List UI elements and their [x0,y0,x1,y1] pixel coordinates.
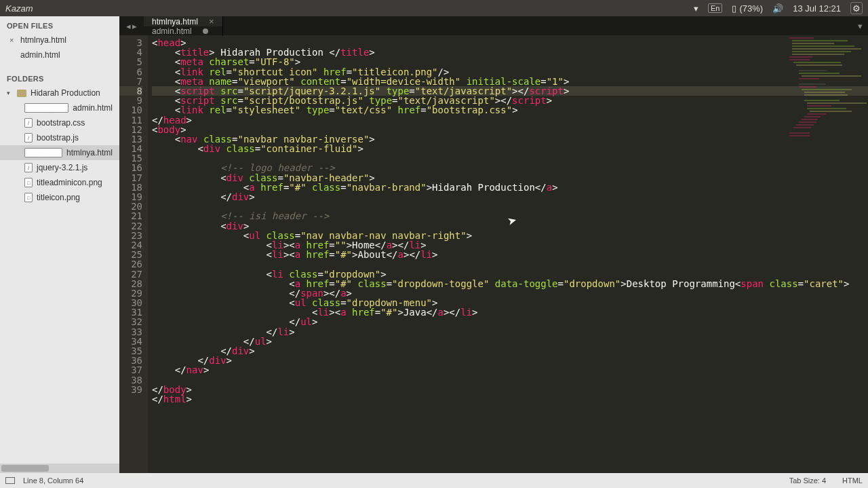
code-line[interactable] [152,259,868,269]
sidebar-file-item[interactable]: titleadminicon.png [0,175,119,190]
code-editor-content[interactable]: <head> <title> Hidarah Production </titl… [148,35,868,473]
code-line[interactable]: </div> [152,346,868,356]
code-line[interactable]: </div> [152,356,868,365]
file-type-icon [24,103,68,113]
tab-strip: ◂ ▸ htmlnya.html×admin.html ▾ [119,16,868,35]
code-line[interactable]: <ul class="nav navbar-nav navbar-right"> [152,231,868,240]
folder-name: Hidarah Production [31,88,100,98]
battery-icon[interactable]: ▯(73%) [732,3,763,14]
clock-text[interactable]: 13 Jul 12:21 [793,3,841,14]
code-line[interactable]: </head> [152,115,868,125]
close-file-x-icon[interactable]: × [9,36,16,44]
tab-back-icon[interactable]: ◂ [126,21,131,31]
sidebar-file-item[interactable]: admin.html [0,100,119,115]
code-line[interactable]: <a href="#" class="dropdown-toggle" data… [152,279,868,288]
code-line[interactable]: <li class="dropdown"> [152,269,868,279]
tab-close-icon[interactable]: × [209,16,214,26]
code-line[interactable]: <head> [152,38,868,48]
editor-tab[interactable]: htmlnya.html× [144,16,223,26]
sidebar-folder-root[interactable]: ▾ Hidarah Production [0,86,119,100]
folder-icon [17,90,26,97]
folders-header: FOLDERS [0,69,119,86]
code-line[interactable]: <title> Hidarah Production </title> [152,48,868,57]
system-top-bar: Kazam ▾ En ▯(73%) 🔊 13 Jul 12:21 ⚙ [0,0,868,16]
folder-collapse-arrow-icon: ▾ [7,90,13,96]
code-line[interactable]: <script src="script/jquery-3.2.1.js" typ… [152,86,868,96]
code-line[interactable]: </span></a> [152,288,868,298]
open-file-item[interactable]: admin.html [0,48,119,62]
sidebar-file-name: bootstrap.css [37,118,85,128]
file-type-icon [24,193,33,202]
sidebar: OPEN FILES ×htmlnya.htmladmin.html FOLDE… [0,16,119,473]
code-line[interactable]: <script src="script/bootstrap.js" type="… [152,96,868,105]
code-line[interactable]: </nav> [152,365,868,375]
sidebar-file-item[interactable]: titleicon.png [0,190,119,205]
code-line[interactable] [152,375,868,385]
code-line[interactable]: <div class="container-fluid"> [152,144,868,153]
sidebar-file-name: htmlnya.html [66,148,113,157]
battery-text: (73%) [739,3,763,14]
status-bar: Line 8, Column 64 Tab Size: 4 HTML [0,473,868,488]
tab-label: htmlnya.html [152,17,198,26]
open-file-item[interactable]: ×htmlnya.html [0,33,119,48]
code-line[interactable]: <ul class="dropdown-menu"> [152,298,868,307]
code-line[interactable] [152,202,868,211]
sidebar-file-item[interactable]: jquery-3.2.1.js [0,160,119,175]
tab-history-nav[interactable]: ◂ ▸ [119,16,144,35]
code-line[interactable]: <link rel="shortcut icon" href="titleico… [152,67,868,77]
file-type-icon [24,148,62,157]
tab-dirty-indicator-icon [203,29,208,34]
tab-label: admin.html [152,26,192,36]
system-menu-icon[interactable]: ⚙ [850,2,863,14]
scrollbar-thumb[interactable] [1,465,49,472]
code-line[interactable]: <nav class="navbar navbar-inverse"> [152,134,868,144]
code-line[interactable]: <a href="#" class="navbar-brand">Hidarah… [152,183,868,192]
sidebar-file-item[interactable]: bootstrap.js [0,130,119,145]
open-file-name: htmlnya.html [20,35,66,45]
volume-icon[interactable]: 🔊 [772,3,783,14]
tab-forward-icon[interactable]: ▸ [132,21,137,31]
file-type-icon [24,178,33,187]
code-line[interactable] [152,153,868,163]
code-line[interactable]: <link rel="stylesheet" type="text/css" h… [152,105,868,115]
editor-tab[interactable]: admin.html [144,26,223,36]
input-language-indicator[interactable]: En [708,3,722,13]
code-line[interactable]: <meta name="viewport" content="width=dev… [152,77,868,86]
window-title: Kazam [5,3,33,14]
open-files-header: OPEN FILES [0,16,119,33]
file-type-icon [24,118,33,128]
status-panel-switcher-icon[interactable] [5,477,15,484]
code-line[interactable]: <!-- logo header --> [152,163,868,172]
sidebar-file-item[interactable]: htmlnya.html [0,145,119,160]
status-tab-size[interactable]: Tab Size: 4 [789,476,826,485]
code-line[interactable]: <meta charset="UTF-8"> [152,57,868,67]
status-language[interactable]: HTML [842,476,863,485]
status-cursor-position[interactable]: Line 8, Column 64 [23,476,83,485]
file-type-icon [24,133,33,143]
code-line[interactable]: <!-- isi header --> [152,211,868,221]
sidebar-horizontal-scrollbar[interactable] [0,464,119,473]
code-line[interactable]: <div class="navbar-header"> [152,173,868,183]
code-line[interactable]: </ul> [152,337,868,346]
open-file-name: admin.html [20,50,60,60]
code-line[interactable]: <body> [152,125,868,134]
file-type-icon [24,163,33,172]
code-line[interactable]: </li> [152,327,868,337]
tabs-overflow-icon[interactable]: ▾ [858,21,863,31]
code-line[interactable]: <li><a href="">Home</a></li> [152,240,868,250]
sidebar-file-name: jquery-3.2.1.js [37,163,87,172]
code-line[interactable]: </body> [152,385,868,394]
code-line[interactable]: </div> [152,192,868,202]
code-line[interactable]: </ul> [152,317,868,326]
sidebar-file-item[interactable]: bootstrap.css [0,115,119,130]
sidebar-file-name: bootstrap.js [37,133,79,143]
line-number-gutter[interactable]: 3456789101112131415161718192021222324252… [119,35,148,473]
code-line[interactable]: <li><a href="#">Java</a></li> [152,307,868,317]
code-line[interactable]: <div> [152,221,868,231]
sidebar-file-name: titleicon.png [37,193,80,202]
wifi-icon[interactable]: ▾ [694,3,698,14]
code-line[interactable]: <li><a href="#">About</a></li> [152,250,868,259]
editor-area: ◂ ▸ htmlnya.html×admin.html ▾ 3456789101… [119,16,868,473]
code-line[interactable]: </html> [152,394,868,404]
sidebar-file-name: titleadminicon.png [37,178,102,187]
